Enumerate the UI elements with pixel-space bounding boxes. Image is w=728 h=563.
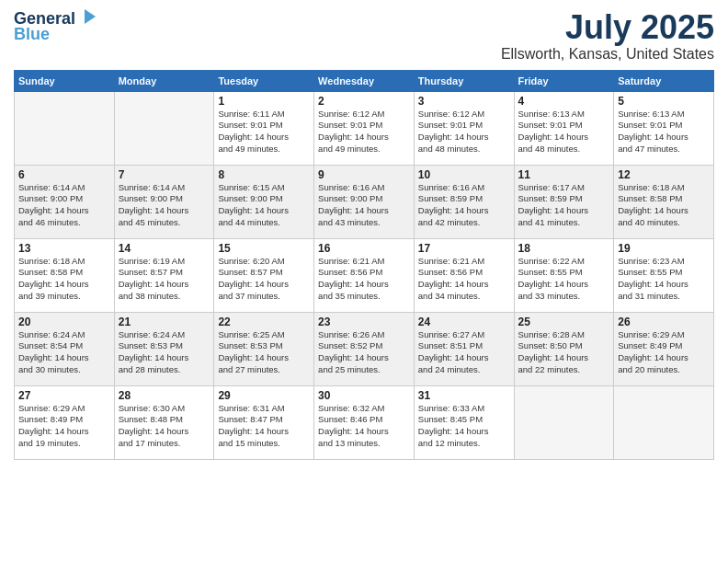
title-section: July 2025 Ellsworth, Kansas, United Stat… <box>501 9 714 63</box>
day-number: 28 <box>119 389 210 402</box>
table-row: 16Sunrise: 6:21 AMSunset: 8:56 PMDayligh… <box>314 238 415 312</box>
day-info: Sunrise: 6:18 AMSunset: 8:58 PMDaylight:… <box>18 256 110 303</box>
table-row: 6Sunrise: 6:14 AMSunset: 9:00 PMDaylight… <box>15 165 115 238</box>
day-info: Sunrise: 6:27 AMSunset: 8:51 PMDaylight:… <box>418 329 510 376</box>
day-number: 9 <box>318 168 410 181</box>
day-info: Sunrise: 6:26 AMSunset: 8:52 PMDaylight:… <box>318 329 410 376</box>
table-row: 15Sunrise: 6:20 AMSunset: 8:57 PMDayligh… <box>214 238 314 312</box>
day-number: 19 <box>618 242 710 255</box>
table-row: 22Sunrise: 6:25 AMSunset: 8:53 PMDayligh… <box>214 312 314 385</box>
day-info: Sunrise: 6:15 AMSunset: 9:00 PMDaylight:… <box>218 182 310 229</box>
header-tuesday: Tuesday <box>214 70 314 91</box>
table-row: 29Sunrise: 6:31 AMSunset: 8:47 PMDayligh… <box>214 385 314 459</box>
day-info: Sunrise: 6:24 AMSunset: 8:53 PMDaylight:… <box>119 329 210 376</box>
header-friday: Friday <box>514 70 614 91</box>
table-row: 30Sunrise: 6:32 AMSunset: 8:46 PMDayligh… <box>314 385 415 459</box>
day-number: 14 <box>119 242 210 255</box>
day-number: 7 <box>119 168 210 181</box>
day-info: Sunrise: 6:13 AMSunset: 9:01 PMDaylight:… <box>518 109 610 155</box>
day-number: 31 <box>418 389 510 402</box>
table-row: 27Sunrise: 6:29 AMSunset: 8:49 PMDayligh… <box>15 385 115 459</box>
day-info: Sunrise: 6:19 AMSunset: 8:57 PMDaylight:… <box>119 256 210 303</box>
day-number: 1 <box>218 95 310 108</box>
day-info: Sunrise: 6:20 AMSunset: 8:57 PMDaylight:… <box>218 256 310 303</box>
calendar-week-row: 13Sunrise: 6:18 AMSunset: 8:58 PMDayligh… <box>15 238 714 312</box>
day-info: Sunrise: 6:32 AMSunset: 8:46 PMDaylight:… <box>318 403 410 450</box>
day-info: Sunrise: 6:21 AMSunset: 8:56 PMDaylight:… <box>318 256 410 303</box>
header-monday: Monday <box>114 70 214 91</box>
day-number: 29 <box>218 389 310 402</box>
calendar-title: July 2025 <box>501 9 714 46</box>
table-row: 2Sunrise: 6:12 AMSunset: 9:01 PMDaylight… <box>314 91 415 165</box>
day-info: Sunrise: 6:25 AMSunset: 8:53 PMDaylight:… <box>218 329 310 376</box>
table-row: 13Sunrise: 6:18 AMSunset: 8:58 PMDayligh… <box>15 238 115 312</box>
table-row: 14Sunrise: 6:19 AMSunset: 8:57 PMDayligh… <box>114 238 214 312</box>
table-row: 23Sunrise: 6:26 AMSunset: 8:52 PMDayligh… <box>314 312 415 385</box>
table-row: 31Sunrise: 6:33 AMSunset: 8:45 PMDayligh… <box>414 385 514 459</box>
day-number: 13 <box>18 242 110 255</box>
day-number: 18 <box>518 242 610 255</box>
table-row: 21Sunrise: 6:24 AMSunset: 8:53 PMDayligh… <box>114 312 214 385</box>
day-info: Sunrise: 6:23 AMSunset: 8:55 PMDaylight:… <box>618 256 710 303</box>
day-number: 12 <box>618 168 710 181</box>
table-row: 11Sunrise: 6:17 AMSunset: 8:59 PMDayligh… <box>514 165 614 238</box>
day-info: Sunrise: 6:24 AMSunset: 8:54 PMDaylight:… <box>18 329 110 376</box>
day-number: 21 <box>119 316 210 328</box>
day-number: 10 <box>418 168 510 181</box>
table-row: 24Sunrise: 6:27 AMSunset: 8:51 PMDayligh… <box>414 312 514 385</box>
day-number: 23 <box>318 316 410 328</box>
day-number: 30 <box>318 389 410 402</box>
day-info: Sunrise: 6:16 AMSunset: 9:00 PMDaylight:… <box>318 182 410 229</box>
table-row: 7Sunrise: 6:14 AMSunset: 9:00 PMDaylight… <box>114 165 214 238</box>
day-info: Sunrise: 6:33 AMSunset: 8:45 PMDaylight:… <box>418 403 510 450</box>
header-thursday: Thursday <box>414 70 514 91</box>
day-info: Sunrise: 6:13 AMSunset: 9:01 PMDaylight:… <box>618 109 710 155</box>
table-row: 19Sunrise: 6:23 AMSunset: 8:55 PMDayligh… <box>614 238 714 312</box>
table-row: 12Sunrise: 6:18 AMSunset: 8:58 PMDayligh… <box>614 165 714 238</box>
day-info: Sunrise: 6:17 AMSunset: 8:59 PMDaylight:… <box>518 182 610 229</box>
header-sunday: Sunday <box>15 70 115 91</box>
page: General Blue July 2025 Ellsworth, Kansas… <box>0 0 728 563</box>
day-info: Sunrise: 6:29 AMSunset: 8:49 PMDaylight:… <box>618 329 710 376</box>
day-number: 6 <box>18 168 110 181</box>
day-info: Sunrise: 6:18 AMSunset: 8:58 PMDaylight:… <box>618 182 710 229</box>
table-row: 18Sunrise: 6:22 AMSunset: 8:55 PMDayligh… <box>514 238 614 312</box>
table-row: 17Sunrise: 6:21 AMSunset: 8:56 PMDayligh… <box>414 238 514 312</box>
day-info: Sunrise: 6:30 AMSunset: 8:48 PMDaylight:… <box>119 403 210 450</box>
day-number: 27 <box>18 389 110 402</box>
table-row: 1Sunrise: 6:11 AMSunset: 9:01 PMDaylight… <box>214 91 314 165</box>
day-number: 25 <box>518 316 610 328</box>
table-row: 25Sunrise: 6:28 AMSunset: 8:50 PMDayligh… <box>514 312 614 385</box>
day-number: 26 <box>618 316 710 328</box>
table-row: 20Sunrise: 6:24 AMSunset: 8:54 PMDayligh… <box>15 312 115 385</box>
table-row: 26Sunrise: 6:29 AMSunset: 8:49 PMDayligh… <box>614 312 714 385</box>
table-row: 9Sunrise: 6:16 AMSunset: 9:00 PMDaylight… <box>314 165 415 238</box>
table-row: 8Sunrise: 6:15 AMSunset: 9:00 PMDaylight… <box>214 165 314 238</box>
calendar-subtitle: Ellsworth, Kansas, United States <box>501 46 714 63</box>
calendar-week-row: 1Sunrise: 6:11 AMSunset: 9:01 PMDaylight… <box>15 91 714 165</box>
day-number: 22 <box>218 316 310 328</box>
day-info: Sunrise: 6:11 AMSunset: 9:01 PMDaylight:… <box>218 109 310 155</box>
logo-icon <box>77 7 97 28</box>
day-info: Sunrise: 6:22 AMSunset: 8:55 PMDaylight:… <box>518 256 610 303</box>
header: General Blue July 2025 Ellsworth, Kansas… <box>14 9 714 63</box>
day-info: Sunrise: 6:29 AMSunset: 8:49 PMDaylight:… <box>18 403 110 450</box>
calendar-week-row: 6Sunrise: 6:14 AMSunset: 9:00 PMDaylight… <box>15 165 714 238</box>
logo: General Blue <box>14 9 97 44</box>
day-number: 4 <box>518 95 610 108</box>
calendar-week-row: 20Sunrise: 6:24 AMSunset: 8:54 PMDayligh… <box>15 312 714 385</box>
day-info: Sunrise: 6:14 AMSunset: 9:00 PMDaylight:… <box>119 182 210 229</box>
table-row <box>15 91 115 165</box>
day-info: Sunrise: 6:28 AMSunset: 8:50 PMDaylight:… <box>518 329 610 376</box>
day-number: 2 <box>318 95 410 108</box>
day-number: 17 <box>418 242 510 255</box>
table-row: 3Sunrise: 6:12 AMSunset: 9:01 PMDaylight… <box>414 91 514 165</box>
day-info: Sunrise: 6:31 AMSunset: 8:47 PMDaylight:… <box>218 403 310 450</box>
day-number: 8 <box>218 168 310 181</box>
day-info: Sunrise: 6:21 AMSunset: 8:56 PMDaylight:… <box>418 256 510 303</box>
table-row <box>614 385 714 459</box>
header-saturday: Saturday <box>614 70 714 91</box>
day-info: Sunrise: 6:16 AMSunset: 8:59 PMDaylight:… <box>418 182 510 229</box>
calendar-header-row: Sunday Monday Tuesday Wednesday Thursday… <box>15 70 714 91</box>
day-number: 15 <box>218 242 310 255</box>
